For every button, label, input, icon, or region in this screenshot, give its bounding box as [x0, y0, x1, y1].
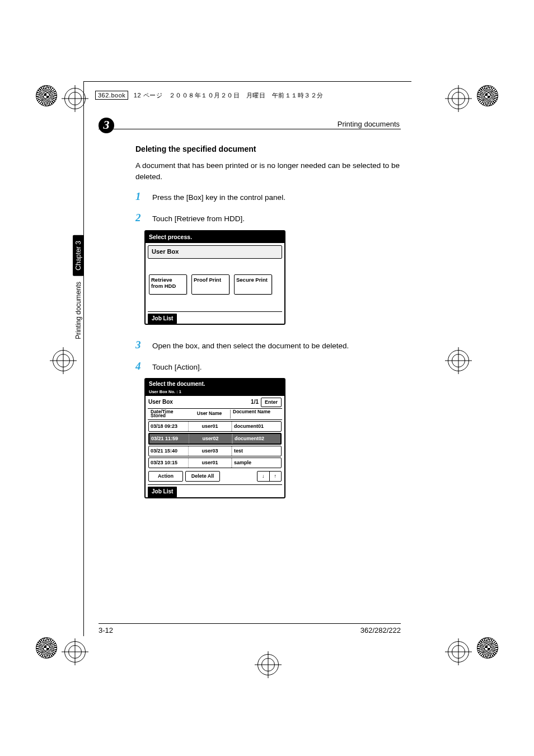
scroll-nav: ↓ ↑	[257, 471, 282, 482]
side-section-label: Printing documents	[73, 281, 84, 340]
enter-button[interactable]: Enter	[261, 398, 282, 407]
scroll-up-button[interactable]: ↑	[270, 472, 282, 481]
book-jp-text: 12 ページ ２００８年１０月２０日 月曜日 午前１１時３２分	[134, 92, 324, 99]
step-2-number: 2	[135, 212, 152, 225]
col-date: Date/Time Stored	[151, 410, 189, 418]
reg-mark-bl	[64, 641, 86, 662]
reg-mark-top-right	[448, 88, 469, 109]
panel2-subline-value: 1	[179, 389, 181, 394]
col-user: User Name	[189, 410, 230, 418]
reg-pattern-right	[477, 85, 498, 106]
reg-mark-br	[448, 641, 469, 662]
reg-mark-bottom-mid	[257, 654, 279, 675]
scroll-down-button[interactable]: ↓	[257, 472, 270, 481]
step-1: 1 Press the [Box] key in the control pan…	[135, 191, 403, 203]
panel2-subline-label: User Box No.	[149, 389, 175, 394]
reg-mark-mid-left	[53, 350, 74, 371]
doc-row[interactable]: 03/18 09:23 user01 document01	[148, 421, 282, 432]
doc-row-selected[interactable]: 03/21 11:59 user02 document02	[148, 433, 282, 445]
panel2-title-bar: Select the document. User Box No. : 1	[146, 379, 284, 395]
step-1-number: 1	[135, 191, 152, 203]
action-button[interactable]: Action	[148, 471, 183, 482]
step-3: 3 Open the box, and then select the docu…	[135, 339, 403, 352]
step-4: 4 Touch [Action].	[135, 361, 403, 373]
step-3-text: Open the box, and then select the docume…	[152, 339, 403, 352]
section-heading: Deleting the specified document	[135, 143, 403, 155]
step-3-number: 3	[135, 339, 152, 352]
panel2-subline-sep: :	[175, 389, 179, 394]
panel2-box-label: User Box	[148, 398, 173, 407]
proof-print-button[interactable]: Proof Print	[191, 274, 229, 295]
reg-mark-mid-right	[448, 350, 469, 371]
book-meta: 362.book 12 ページ ２００８年１０月２０日 月曜日 午前１１時３２分	[95, 91, 324, 100]
col-docname: Document Name	[230, 410, 279, 418]
model-numbers: 362/282/222	[360, 626, 401, 634]
step-4-number: 4	[135, 361, 152, 373]
step-2: 2 Touch [Retrieve from HDD].	[135, 212, 403, 225]
reg-pattern-left	[36, 85, 57, 106]
header-section-title: Printing documents	[338, 120, 400, 128]
panel-title: Select process.	[146, 231, 284, 243]
doc-row[interactable]: 03/21 15:40 user03 test	[148, 446, 282, 456]
step-4-text: Touch [Action].	[152, 361, 403, 373]
delete-all-button[interactable]: Delete All	[185, 471, 220, 482]
book-label: 362.book	[95, 91, 128, 100]
side-tab: Chapter 3 Printing documents	[73, 235, 84, 340]
step-2-text: Touch [Retrieve from HDD].	[152, 212, 403, 225]
reg-pattern-br	[477, 637, 498, 659]
header-rule	[99, 129, 401, 129]
panel2-page-indicator: 1/1	[251, 398, 259, 407]
doc-table-header: Date/Time Stored User Name Document Name	[148, 408, 282, 420]
select-document-panel: Select the document. User Box No. : 1 Us…	[144, 378, 285, 498]
reg-pattern-bl	[36, 637, 57, 659]
intro-paragraph: A document that has been printed or is n…	[135, 160, 403, 182]
secure-print-button[interactable]: Secure Print	[234, 274, 272, 295]
retrieve-from-hdd-button[interactable]: Retrieve from HDD	[149, 274, 187, 295]
content-body: Deleting the specified document A docume…	[135, 143, 403, 498]
panel-subtitle: User Box	[148, 245, 282, 259]
panel2-title: Select the document.	[149, 381, 205, 387]
reg-mark-top-left	[64, 88, 86, 109]
side-chapter-label: Chapter 3	[73, 235, 84, 276]
doc-row[interactable]: 03/23 10:15 user01 sample	[148, 458, 282, 468]
job-list-tab[interactable]: Job List	[148, 314, 177, 324]
page-footer: 3-12 362/282/222	[99, 623, 401, 634]
step-1-text: Press the [Box] key in the control panel…	[152, 191, 403, 203]
job-list-tab[interactable]: Job List	[148, 487, 177, 497]
page-number: 3-12	[99, 626, 113, 634]
chapter-badge: 3	[99, 118, 114, 133]
select-process-panel: Select process. User Box Retrieve from H…	[144, 230, 285, 325]
